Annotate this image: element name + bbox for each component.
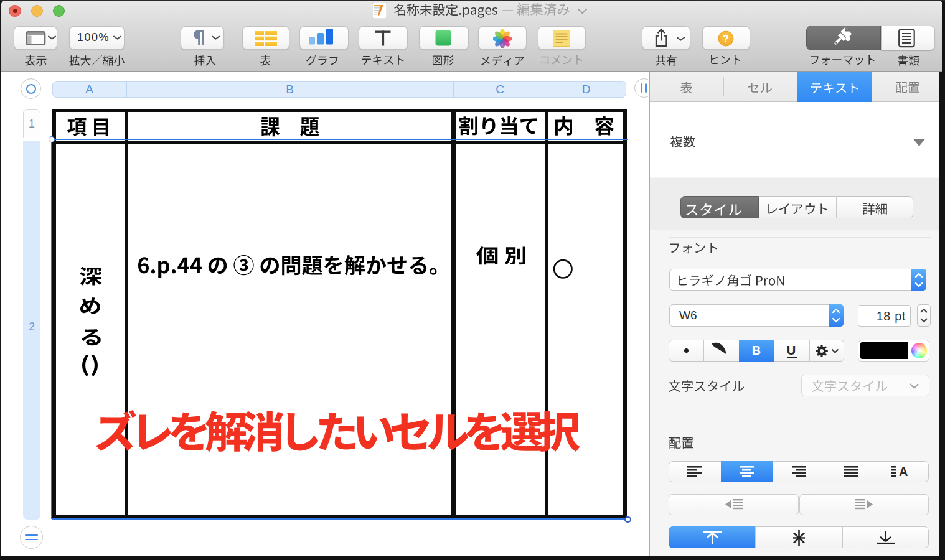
svg-text:?: ? — [723, 33, 729, 44]
